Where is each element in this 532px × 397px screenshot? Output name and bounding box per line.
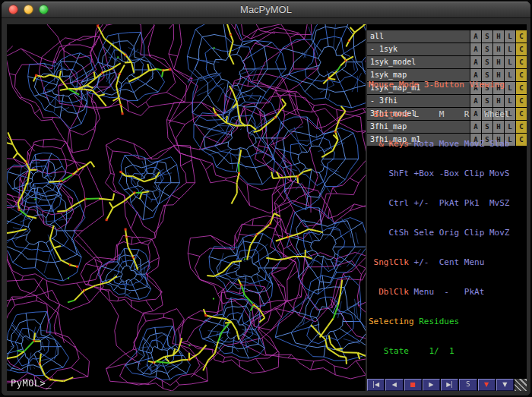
close-button[interactable] [8, 5, 18, 14]
object-name[interactable]: - 1syk [367, 43, 470, 55]
ctsh-line: CtSh Sele Orig Clip MovZ [369, 228, 527, 238]
ctsh-value: Sele Orig Clip MovZ [409, 228, 509, 238]
stop-button[interactable]: ■ [404, 379, 422, 391]
buttons-header-line: Buttons L M R Wheel [369, 109, 527, 119]
label-button[interactable]: L [505, 30, 515, 43]
go-to-end-button[interactable]: ▶| [441, 379, 458, 391]
fullscreen-button[interactable]: ▼ [496, 379, 514, 391]
show-button[interactable]: S [482, 43, 492, 55]
label-button[interactable]: L [505, 43, 515, 55]
movie-controls: |◀ ◀ ■ ▶ ▶| S ▼ ▼ [367, 379, 527, 391]
object-row: all A S H L C [367, 30, 527, 43]
state-line: State 1/ 1 [369, 346, 527, 356]
hide-button[interactable]: H [493, 43, 504, 55]
step-back-button[interactable]: ◀ [385, 379, 403, 391]
singleclick-value: +/- Cent Menu [409, 257, 484, 267]
state-value: 1/ 1 [409, 346, 454, 356]
action-button[interactable]: A [470, 30, 481, 43]
minimize-button[interactable] [24, 5, 33, 14]
selecting-value: Residues [414, 317, 460, 326]
doubleclick-label: DblClk [369, 287, 409, 297]
shift-value: +Box -Box Clip MovS [409, 169, 509, 178]
command-prompt[interactable]: PyMOL>_ [11, 378, 52, 389]
shift-label: ShFt [369, 169, 409, 178]
window-content: PyMOL>_ all A S H L C - 1syk A S H L [2, 18, 530, 395]
keys-line: & Keys Rota Move MovZ Slab [369, 139, 527, 149]
hide-button[interactable]: H [493, 30, 504, 43]
zoom-button[interactable] [39, 5, 49, 14]
state-label: State [369, 346, 409, 356]
ctrl-line: Ctrl +/- PkAt Pk1 MvSZ [369, 198, 527, 208]
color-button[interactable]: C [516, 30, 527, 43]
buttons-value: L M R Wheel [409, 109, 509, 119]
color-button[interactable]: C [516, 43, 527, 55]
singleclick-line: SnglClk +/- Cent Menu [369, 257, 527, 267]
mouse-mode-value: 3-Button Viewing [419, 80, 505, 90]
ctrl-value: +/- PkAt Pk1 MvSZ [409, 198, 509, 208]
keys-value: Rota Move MovZ Slab [409, 139, 509, 149]
molecule-render[interactable] [7, 24, 366, 391]
viewport[interactable]: PyMOL>_ [7, 24, 366, 391]
buttons-label: Buttons [369, 109, 409, 119]
object-row: - 1syk A S H L C [367, 43, 527, 55]
play-button[interactable]: ▶ [423, 379, 440, 391]
ctrl-label: Ctrl [369, 198, 409, 208]
action-button[interactable]: A [470, 43, 481, 55]
object-name[interactable]: all [367, 30, 470, 43]
window-title: MacPyMOL [240, 4, 292, 15]
macpymol-window: MacPyMOL PyMOL>_ all A S H L C - 1syk A [1, 1, 531, 396]
selecting-line[interactable]: Selecting Residues [369, 317, 527, 326]
shift-line: ShFt +Box -Box Clip MovS [369, 169, 527, 178]
traffic-lights [8, 5, 49, 14]
mouse-mode-line[interactable]: Mouse Mode 3-Button Viewing [369, 80, 527, 90]
singleclick-label: SnglClk [369, 257, 409, 267]
doubleclick-line: DblClk Menu - PkAt [369, 287, 527, 297]
ctsh-label: CtSh [369, 228, 409, 238]
mouse-panel: Mouse Mode 3-Button Viewing Buttons L M … [369, 60, 527, 376]
doubleclick-value: Menu - PkAt [409, 287, 484, 297]
selecting-label: Selecting [369, 317, 414, 326]
go-to-start-button[interactable]: |◀ [367, 379, 385, 391]
keys-label: & Keys [369, 139, 409, 149]
mouse-mode-label: Mouse Mode [369, 80, 419, 90]
rock-button[interactable]: ▼ [478, 379, 496, 391]
title-bar[interactable]: MacPyMOL [2, 2, 530, 18]
object-panel: all A S H L C - 1syk A S H L C 1syk_mode… [367, 24, 527, 391]
show-button[interactable]: S [482, 30, 492, 43]
scene-button[interactable]: S [459, 379, 477, 391]
resize-grip-icon[interactable] [515, 379, 527, 391]
